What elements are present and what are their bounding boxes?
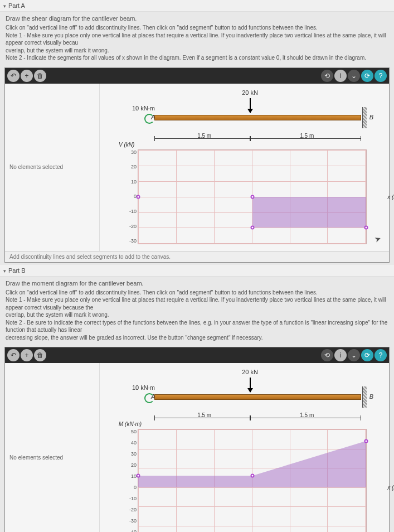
- point-load-label: 20 kN: [242, 369, 258, 375]
- selection-panel: No elements selected: [5, 363, 100, 532]
- note-line: Click on "add vertical line off" to add …: [6, 289, 388, 297]
- moment-region-2: [252, 441, 367, 487]
- diagram-area[interactable]: 20 kN 10 kN·m A B 1.5 m 1.5 m M (kN·m) 5…: [100, 363, 389, 532]
- dim-1-text: 1.5 m: [197, 133, 211, 139]
- beam-figure: 20 kN 10 kN·m A B: [116, 89, 383, 134]
- tick: 0: [122, 485, 137, 490]
- dimensions: 1.5 m 1.5 m: [116, 136, 383, 147]
- point-load-label: 20 kN: [242, 89, 258, 96]
- tick: 30: [122, 451, 137, 457]
- trash-button[interactable]: 🗑: [34, 349, 46, 361]
- part-a-title: Draw the shear diagram for the cantileve…: [0, 12, 394, 23]
- x-axis-label: x (m): [387, 485, 394, 491]
- dropdown-button[interactable]: ⌄: [348, 70, 360, 82]
- undo-button[interactable]: ↶: [7, 70, 20, 82]
- dim-1-text: 1.5 m: [197, 412, 211, 418]
- info-button[interactable]: i: [334, 70, 347, 82]
- dim-2-text: 1.5 m: [300, 412, 314, 418]
- note-line: Note 1 - Make sure you place only one ve…: [6, 32, 388, 47]
- plot-node[interactable]: [250, 225, 254, 229]
- fixed-support-icon: [362, 386, 367, 408]
- plot-node[interactable]: [250, 474, 254, 478]
- part-b-canvas: ↶ + 🗑 ⟲ i ⌄ ⟳ ? No elements selected 20 …: [4, 347, 390, 532]
- y-axis-ticks: 50 40 30 20 10 0 -10 -20 -30 -40 -50: [122, 429, 137, 532]
- add-button[interactable]: +: [21, 70, 33, 82]
- plot-grid[interactable]: [138, 429, 367, 532]
- dropdown-button[interactable]: ⌄: [348, 349, 360, 361]
- hint-bar: Add discontinuity lines and select segme…: [5, 251, 389, 262]
- plot-node[interactable]: [137, 195, 140, 199]
- zoom-button[interactable]: ⟳: [361, 349, 373, 361]
- tick: -20: [122, 507, 137, 512]
- moment-label: 10 kN·m: [132, 384, 155, 391]
- tick: 10: [122, 179, 137, 185]
- dim-2: 1.5 m: [250, 418, 362, 418]
- tick: -30: [122, 518, 137, 524]
- tick: 20: [122, 164, 137, 170]
- beam-icon: [154, 394, 361, 400]
- y-axis-label: V (kN): [119, 142, 134, 148]
- point-load-arrow-icon: [250, 98, 251, 113]
- tick: -10: [122, 496, 137, 501]
- beam-figure: 20 kN 10 kN·m A B: [116, 369, 383, 413]
- reset-button[interactable]: ⟲: [321, 70, 333, 82]
- tick: -30: [122, 238, 137, 244]
- dim-1: 1.5 m: [154, 418, 250, 418]
- note-line: decreasing slope, the answer will be gra…: [6, 334, 388, 342]
- tick: 30: [122, 149, 137, 155]
- part-b-header[interactable]: Part B: [0, 265, 394, 277]
- tick: 0: [122, 194, 137, 199]
- x-axis-label: x (m): [387, 194, 394, 200]
- tick: 20: [122, 462, 137, 468]
- reset-button[interactable]: ⟲: [321, 349, 333, 361]
- note-line: Note 2 - Be sure to indicate the correct…: [6, 319, 388, 334]
- plot-node[interactable]: [364, 225, 368, 229]
- part-b-title: Draw the moment diagram for the cantilev…: [0, 277, 394, 288]
- fixed-support-icon: [362, 107, 367, 128]
- shear-region: [252, 197, 367, 228]
- tick: 10: [122, 473, 137, 479]
- info-button[interactable]: i: [334, 349, 347, 361]
- y-axis-label: M (kN·m): [119, 421, 142, 427]
- toolbar: ↶ + 🗑 ⟲ i ⌄ ⟳ ?: [5, 68, 389, 84]
- diagram-area[interactable]: 20 kN 10 kN·m A B 1.5 m 1.5 m V (kN) 30 …: [100, 84, 389, 251]
- part-b-notes: Click on "add vertical line off" to add …: [0, 288, 394, 345]
- tick: -40: [122, 529, 137, 532]
- help-button[interactable]: ?: [374, 70, 387, 82]
- plot-node[interactable]: [250, 195, 254, 199]
- beam-icon: [154, 115, 361, 120]
- help-button[interactable]: ?: [374, 349, 387, 361]
- trash-button[interactable]: 🗑: [34, 70, 46, 82]
- note-line: Note 2 - Indicate the segments for all v…: [6, 54, 388, 62]
- zoom-button[interactable]: ⟳: [361, 70, 373, 82]
- moment-region-1: [138, 476, 252, 487]
- tick: -20: [122, 224, 137, 229]
- part-a-notes: Click on "add vertical line off" to add …: [0, 23, 394, 65]
- dim-2-text: 1.5 m: [300, 133, 314, 139]
- moment-plot[interactable]: M (kN·m) 50 40 30 20 10 0 -10 -20 -30 -4…: [122, 429, 383, 532]
- undo-button[interactable]: ↶: [7, 349, 20, 361]
- selection-panel: No elements selected: [5, 84, 100, 251]
- tick: -10: [122, 209, 137, 214]
- point-b-label: B: [369, 393, 373, 400]
- part-a-header[interactable]: Part A: [0, 0, 394, 12]
- plot-node[interactable]: [137, 474, 140, 478]
- dim-2: 1.5 m: [250, 138, 362, 139]
- point-b-label: B: [369, 114, 373, 120]
- dim-1: 1.5 m: [154, 138, 250, 139]
- plot-node[interactable]: [364, 439, 368, 443]
- toolbar: ↶ + 🗑 ⟲ i ⌄ ⟳ ?: [5, 347, 389, 363]
- moment-label: 10 kN·m: [132, 105, 155, 112]
- y-axis-ticks: 30 20 10 0 -10 -20 -30: [122, 149, 137, 244]
- dimensions: 1.5 m 1.5 m: [116, 415, 383, 427]
- tick: 40: [122, 440, 137, 446]
- note-line: overlap, but the system will mark it wro…: [6, 311, 388, 319]
- add-button[interactable]: +: [21, 349, 33, 361]
- note-line: Click on "add vertical line off" to add …: [6, 24, 388, 32]
- shear-plot[interactable]: V (kN) 30 20 10 0 -10 -20 -30 x: [122, 149, 383, 244]
- tick: 50: [122, 429, 137, 434]
- point-load-arrow-icon: [250, 378, 251, 392]
- part-a-canvas: ↶ + 🗑 ⟲ i ⌄ ⟳ ? No elements selected 20 …: [4, 67, 390, 263]
- note-line: overlap, but the system will mark it wro…: [6, 47, 388, 55]
- plot-grid[interactable]: [138, 149, 367, 244]
